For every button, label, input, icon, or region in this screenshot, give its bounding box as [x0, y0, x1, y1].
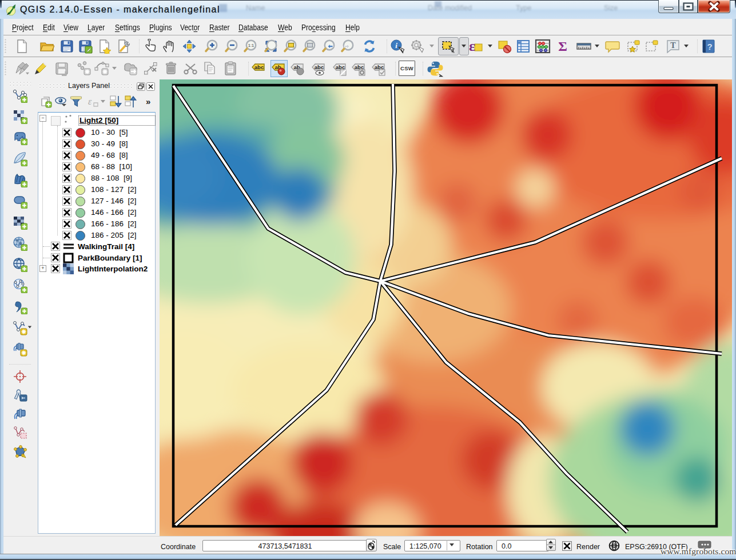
- svg-text:?: ?: [707, 42, 712, 51]
- svg-text:Σ: Σ: [558, 39, 567, 54]
- svg-text:abc: abc: [355, 64, 364, 70]
- svg-text:ε: ε: [88, 97, 92, 106]
- svg-text:abc: abc: [375, 64, 384, 70]
- svg-text:abc: abc: [336, 64, 345, 70]
- svg-text:1:1: 1:1: [248, 43, 254, 48]
- svg-text:abc: abc: [254, 64, 264, 70]
- svg-text:T: T: [670, 41, 676, 50]
- svg-text:abc: abc: [315, 64, 324, 70]
- svg-text:ε: ε: [469, 38, 475, 54]
- svg-text:i: i: [395, 41, 397, 50]
